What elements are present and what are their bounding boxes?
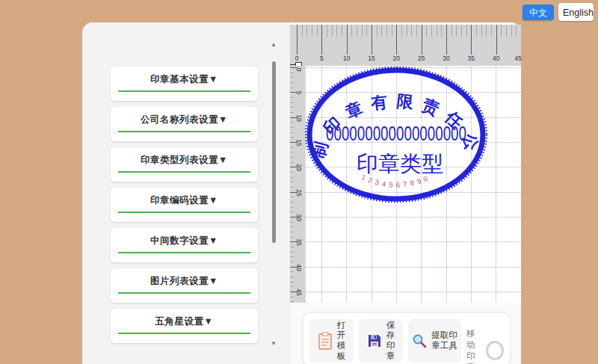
canvas-area: 0 5 10 15 20 25 30 35 40 45 0 5 10 15 20… [290, 25, 521, 303]
green-underline [118, 252, 250, 253]
language-chinese-button[interactable]: 中文 [523, 4, 554, 20]
ruler-origin-line [290, 64, 295, 65]
section-label: 印章类型列表设置▼ [111, 154, 258, 167]
ruler-tick-label: 10 [295, 113, 303, 123]
magnifier-icon [412, 333, 427, 348]
save-stamp-button[interactable]: 保 存 印 章 [359, 319, 403, 363]
extract-stamp-tool-label: 提取印 章工具 [431, 330, 457, 351]
ruler-tick-label: 5 [315, 55, 327, 62]
ruler-tick-label: 20 [390, 55, 402, 62]
horizontal-ruler: 0 5 10 15 20 25 30 35 40 45 [290, 25, 521, 66]
green-underline [118, 292, 250, 294]
stamp-company-text: 绘制印章有限责任公司 [305, 66, 484, 161]
ruler-tick-label: 25 [416, 55, 428, 62]
ruler-tick-label: 5 [295, 87, 303, 98]
ruler-tick-label: 30 [295, 212, 303, 223]
move-stamp-control: 移动 印章 [466, 328, 504, 364]
save-stamp-label: 保 存 印 章 [386, 321, 395, 361]
ruler-tick-label: 15 [366, 55, 377, 62]
section-label: 中间数字设置▼ [111, 235, 258, 247]
scrollbar-down-icon[interactable]: ▼ [269, 340, 278, 348]
green-underline [118, 131, 250, 132]
extract-stamp-tool-button[interactable]: 提取印 章工具 [408, 319, 461, 363]
ruler-tick-label: 40 [490, 55, 502, 62]
move-stamp-label: 移动 印章 [466, 328, 482, 364]
ruler-tick-label: 0 [295, 64, 303, 75]
ruler-tick-label: 35 [465, 55, 477, 62]
sidebar-item-company-name-list[interactable]: 公司名称列表设置▼ [111, 107, 258, 141]
ruler-tick-label: 25 [295, 188, 303, 198]
sidebar-item-star-settings[interactable]: 五角星设置▼ [111, 309, 258, 343]
ruler-tick-label: 20 [295, 162, 303, 173]
ruler-tick-label: 45 [295, 287, 303, 297]
ruler-tick-label: 40 [295, 262, 303, 273]
template-document-icon [318, 332, 333, 350]
sidebar-item-stamp-code[interactable]: 印章编码设置▼ [111, 188, 258, 222]
floppy-disk-icon [367, 333, 382, 348]
ruler-tick-label: 10 [341, 55, 353, 62]
section-label: 印章编码设置▼ [111, 194, 258, 207]
move-stamp-toggle[interactable] [486, 341, 504, 360]
vertical-ruler: 0 5 10 15 20 25 30 35 40 45 [290, 66, 305, 303]
open-template-label: 打 开 模 板 [337, 321, 346, 361]
section-label: 公司名称列表设置▼ [111, 114, 258, 126]
stamp-seal[interactable]: 绘制印章有限责任公司 000000000000000000 印章类型 12345… [305, 66, 487, 202]
ruler-tick-label: 30 [440, 55, 452, 62]
sidebar-item-image-list[interactable]: 图片列表设置▼ [111, 268, 258, 303]
sidebar-scrollbar-thumb[interactable] [272, 61, 276, 243]
ruler-tick-label: 45 [512, 55, 524, 62]
green-underline [118, 333, 250, 334]
stamp-canvas[interactable]: 绘制印章有限责任公司 000000000000000000 印章类型 12345… [305, 66, 521, 303]
sidebar-item-middle-number[interactable]: 中间数字设置▼ [111, 228, 258, 262]
bottom-toolbar: 打 开 模 板 保 存 印 章 提取印 章工具 移动 印章 [303, 312, 511, 364]
language-english-button[interactable]: English [558, 3, 594, 21]
scrollbar-up-icon[interactable]: ▲ [269, 41, 278, 49]
green-underline [118, 171, 250, 173]
green-underline [118, 212, 250, 213]
sidebar-item-basic-settings[interactable]: 印章基本设置▼ [111, 67, 258, 101]
section-label: 印章基本设置▼ [111, 73, 258, 86]
open-template-button[interactable]: 打 开 模 板 [309, 319, 354, 363]
green-underline [118, 90, 250, 92]
ruler-tick-label: 0 [291, 55, 303, 62]
section-label: 五角星设置▼ [111, 315, 258, 328]
stamp-code-text: 000000000000000000 [326, 123, 466, 145]
sidebar-item-stamp-type-list[interactable]: 印章类型列表设置▼ [111, 147, 258, 182]
ruler-tick-label: 35 [295, 237, 303, 247]
stamp-drawing[interactable]: 绘制印章有限责任公司 000000000000000000 印章类型 12345… [305, 66, 521, 303]
page: { "language_switcher": { "chinese_label"… [0, 0, 598, 364]
section-label: 图片列表设置▼ [111, 275, 258, 288]
stamp-type-text: 印章类型 [357, 152, 443, 176]
ruler-tick-label: 15 [295, 138, 303, 148]
